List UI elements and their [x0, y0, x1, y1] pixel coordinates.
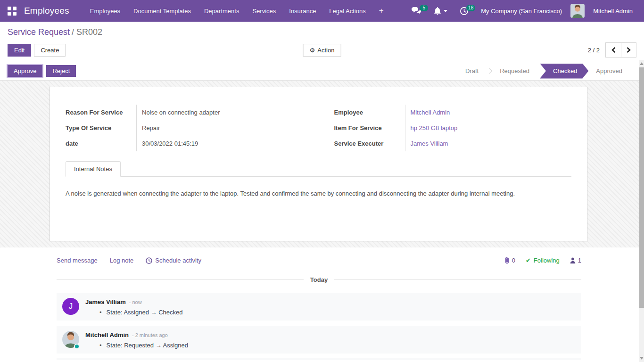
stage-draft[interactable]: Draft	[458, 67, 486, 74]
stage-checked-active[interactable]: Checked	[540, 64, 588, 79]
schedule-clock-icon	[146, 257, 152, 264]
menu-plus-icon[interactable]: +	[372, 0, 390, 22]
followers-count: 1	[578, 257, 581, 264]
field-column-left: Reason For Service Noise on connecting a…	[66, 105, 303, 151]
internal-notes-text: A noise is generated when connecting the…	[66, 189, 571, 198]
field-reason-for-service: Reason For Service Noise on connecting a…	[66, 105, 303, 120]
company-selector[interactable]: My Company (San Francisco)	[477, 8, 566, 15]
next-message-edge	[57, 358, 581, 360]
scroll-down-icon[interactable]	[640, 357, 644, 360]
pager-previous-button[interactable]	[606, 43, 621, 57]
create-button[interactable]: Create	[34, 44, 66, 57]
chevron-down-icon	[444, 10, 447, 12]
form-view: Reason For Service Noise on connecting a…	[0, 81, 644, 247]
date-divider: Today	[57, 276, 581, 283]
pager-next-button[interactable]	[621, 43, 636, 57]
menu-insurance[interactable]: Insurance	[282, 0, 322, 22]
message-body: State: Requested → Assigned	[85, 342, 188, 349]
app-title[interactable]: Employees	[24, 6, 69, 16]
chatter-toolbar: Send message Log note Schedule activity …	[57, 257, 581, 264]
field-label: Type Of Service	[66, 124, 136, 132]
check-icon: ✔	[526, 257, 531, 264]
chevron-right-icon	[627, 47, 631, 53]
field-employee: Employee Mitchell Admin	[334, 105, 572, 120]
control-panel: Service Request/ SR002 Edit Create ⚙Acti…	[0, 22, 644, 62]
field-label: Reason For Service	[66, 109, 136, 116]
message: Mitchell Admin - 2 minutes ago State: Re…	[57, 326, 581, 354]
stage-approved[interactable]: Approved	[588, 67, 630, 74]
reject-button[interactable]: Reject	[46, 65, 76, 77]
field-value: Repair	[136, 120, 303, 136]
breadcrumb-current: / SR002	[72, 27, 102, 37]
menu-document-templates[interactable]: Document Templates	[127, 0, 198, 22]
service-executer-link[interactable]: James Villiam	[411, 140, 448, 147]
schedule-activity-button[interactable]: Schedule activity	[146, 257, 201, 264]
messages-button[interactable]: 5	[407, 4, 425, 18]
message-author: James Villiam	[85, 298, 126, 305]
avatar: J	[62, 298, 79, 315]
message-list: J James Villiam - now State: Assigned → …	[57, 293, 581, 360]
statusbar: Approve Reject Draft Requested Checked A…	[0, 62, 644, 81]
message-timestamp: - 2 minutes ago	[132, 332, 168, 338]
attachments-button[interactable]: 0	[504, 257, 515, 264]
paperclip-icon	[504, 257, 510, 264]
field-label: Employee	[334, 109, 405, 116]
message-author: Mitchell Admin	[85, 331, 129, 338]
followers-button[interactable]: 1	[570, 257, 581, 264]
field-column-right: Employee Mitchell Admin Item For Service…	[334, 105, 572, 151]
field-label: Service Executer	[334, 140, 405, 147]
message-timestamp: - now	[129, 299, 142, 305]
breadcrumb: Service Request/ SR002	[8, 27, 636, 37]
edit-button[interactable]: Edit	[8, 44, 31, 57]
apps-grid-icon[interactable]	[8, 7, 17, 16]
activities-button[interactable]: 18	[456, 4, 472, 18]
top-navbar: Employees Employees Document Templates D…	[0, 0, 644, 22]
menu-services[interactable]: Services	[246, 0, 282, 22]
chatter-tools: 0 ✔ Following 1	[504, 257, 581, 264]
user-avatar[interactable]	[570, 4, 585, 18]
scroll-up-icon[interactable]	[640, 62, 644, 65]
attachments-count: 0	[512, 257, 515, 264]
employee-link[interactable]: Mitchell Admin	[411, 109, 450, 116]
following-button[interactable]: ✔ Following	[526, 257, 560, 264]
field-value: 30/03/2022 01:45:19	[136, 136, 303, 151]
stage-requested[interactable]: Requested	[492, 67, 537, 74]
tab-internal-notes[interactable]: Internal Notes	[66, 161, 121, 177]
action-button[interactable]: ⚙Action	[303, 44, 341, 57]
field-type-of-service: Type Of Service Repair	[66, 120, 303, 136]
field-value: Noise on connecting adapter	[136, 105, 303, 120]
control-panel-buttons: Edit Create ⚙Action 2 / 2	[8, 43, 636, 57]
approve-button[interactable]: Approve	[8, 65, 42, 77]
online-status-dot	[74, 344, 80, 349]
field-label: Item For Service	[334, 124, 405, 132]
scrollbar-thumb[interactable]	[639, 67, 644, 308]
person-icon	[570, 257, 576, 263]
date-divider-label: Today	[310, 276, 328, 283]
message-body: State: Assigned → Checked	[85, 309, 182, 316]
notebook: Internal Notes A noise is generated when…	[66, 161, 571, 198]
log-note-button[interactable]: Log note	[110, 257, 134, 264]
field-item-for-service: Item For Service hp 250 G8 laptop	[334, 120, 572, 136]
messages-badge: 5	[420, 5, 428, 11]
item-for-service-link[interactable]: hp 250 G8 laptop	[411, 124, 458, 132]
notifications-button[interactable]	[430, 4, 451, 18]
bell-icon	[434, 7, 441, 15]
main-menu: Employees Document Templates Departments…	[83, 0, 390, 22]
gear-icon: ⚙	[310, 47, 315, 54]
stage-pipeline: Draft Requested Checked Approved	[458, 64, 630, 79]
send-message-button[interactable]: Send message	[57, 257, 98, 264]
menu-departments[interactable]: Departments	[198, 0, 246, 22]
activities-badge: 18	[466, 5, 475, 11]
stage-separator-icon	[486, 68, 492, 74]
menu-employees[interactable]: Employees	[83, 0, 127, 22]
chatter: Send message Log note Schedule activity …	[0, 247, 644, 360]
form-sheet: Reason For Service Noise on connecting a…	[50, 87, 587, 241]
breadcrumb-parent-link[interactable]: Service Request	[8, 27, 70, 37]
user-menu[interactable]: Mitchell Admin	[589, 8, 636, 15]
pager	[605, 42, 636, 58]
field-date: date 30/03/2022 01:45:19	[66, 136, 303, 151]
pager-count: 2 / 2	[588, 47, 600, 54]
navbar-right: 5 18 My Company (San Francisco) Mitchell…	[407, 4, 636, 18]
chevron-left-icon	[611, 47, 616, 53]
menu-legal-actions[interactable]: Legal Actions	[322, 0, 372, 22]
